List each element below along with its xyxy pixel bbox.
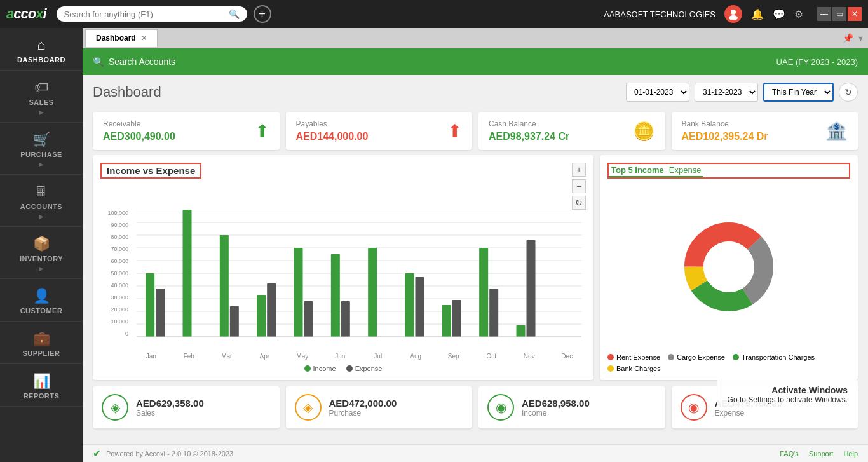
svg-point-1 — [729, 15, 738, 20]
refresh-button[interactable]: ↻ — [839, 83, 858, 102]
svg-rect-32 — [527, 240, 536, 337]
donut-center — [607, 185, 850, 348]
close-button[interactable]: ✕ — [848, 7, 862, 21]
charts-row: Income vs Expense + − ↻ 100,000 90,000 8… — [83, 155, 868, 386]
tab-pin-icon[interactable]: 📌 — [840, 33, 856, 43]
x-label-nov: Nov — [510, 353, 548, 360]
tab-dashboard-label: Dashboard — [96, 34, 136, 43]
donut-dot-cargo — [668, 354, 674, 360]
tab-more-icon[interactable]: ▾ — [856, 33, 865, 43]
sidebar-label-purchase: PURCHASE — [20, 151, 62, 158]
x-label-mar: Mar — [208, 353, 246, 360]
footer-support[interactable]: Support — [809, 450, 834, 458]
sidebar-item-purchase[interactable]: 🛒 PURCHASE ▶ — [0, 123, 83, 175]
svg-rect-26 — [416, 277, 424, 337]
sidebar-item-inventory[interactable]: 📦 INVENTORY ▶ — [0, 227, 83, 279]
summary-purchase-icon: ◈ — [295, 394, 322, 421]
kpi-receivable-label: Receivable — [103, 119, 175, 128]
top-bar: accoxi 🔍 + AABASOFT TECHNOLOGIES 🔔 💬 ⚙ —… — [0, 0, 868, 28]
kpi-cash-label: Cash Balance — [489, 119, 569, 128]
summary-sales-value: AED629,358.00 — [136, 398, 204, 409]
add-button[interactable]: + — [254, 5, 271, 23]
search-icon: 🔍 — [229, 9, 240, 19]
filter-period-select[interactable]: This Fin Year Last Fin Year This Year La… — [763, 83, 834, 102]
svg-point-0 — [731, 10, 736, 15]
x-label-jul: Jul — [359, 353, 397, 360]
sidebar-label-customer: CUSTOMER — [20, 307, 63, 315]
search-accounts-icon: 🔍 — [93, 57, 104, 67]
svg-rect-18 — [257, 295, 266, 337]
footer-help[interactable]: Help — [843, 450, 858, 458]
sidebar: ⌂ DASHBOARD 🏷 SALES ▶ 🛒 PURCHASE ▶ 🖩 ACC… — [0, 28, 83, 462]
kpi-bank-label: Bank Balance — [682, 119, 768, 128]
search-accounts[interactable]: 🔍 Search Accounts — [93, 57, 175, 67]
sidebar-item-supplier[interactable]: 💼 SUPPLIER — [0, 322, 83, 364]
purchase-arrow: ▶ — [39, 161, 44, 168]
y-label-90k: 90,000 — [111, 222, 128, 228]
summary-purchase-value: AED472,000.00 — [329, 398, 397, 409]
sidebar-item-reports[interactable]: 📊 REPORTS — [0, 364, 83, 407]
svg-rect-17 — [230, 306, 239, 337]
footer-faqs[interactable]: FAQ's — [780, 450, 799, 458]
income-expense-title: Income vs Expense — [100, 163, 201, 179]
avatar — [724, 5, 742, 23]
header-bar: 🔍 Search Accounts UAE (FY 2023 - 2023) — [83, 48, 868, 75]
dash-filters: 01-01-2023 31-12-2023 This Fin Year Last… — [626, 83, 858, 102]
chat-icon[interactable]: 💬 — [773, 8, 785, 20]
search-bar[interactable]: 🔍 — [57, 6, 247, 22]
svg-rect-29 — [479, 248, 488, 337]
y-label-40k: 40,000 — [111, 282, 128, 289]
svg-rect-27 — [442, 305, 451, 337]
search-input[interactable] — [64, 10, 224, 19]
y-label-60k: 60,000 — [111, 258, 128, 264]
footer-left: ✔ Powered by Accoxi - 2.0.10 © 2018-2023 — [93, 447, 233, 459]
x-label-aug: Aug — [397, 353, 435, 360]
chart-minus-btn[interactable]: − — [572, 179, 586, 193]
sidebar-label-sales: SALES — [29, 99, 53, 106]
tab-dashboard[interactable]: Dashboard ✕ — [85, 29, 158, 47]
minimize-button[interactable]: — — [817, 7, 831, 21]
tab-top5-income[interactable]: Top 5 Income — [609, 164, 667, 177]
summary-sales-info: AED629,358.00 Sales — [136, 398, 204, 418]
legend-expense-dot — [346, 365, 353, 372]
app-logo: accoxi — [6, 6, 46, 22]
kpi-payables-label: Payables — [296, 119, 369, 128]
bar-chart-area: 100,000 90,000 80,000 70,000 60,000 50,0… — [100, 210, 586, 360]
donut-legend-rent-label: Rent Expense — [616, 353, 660, 361]
x-label-jun: Jun — [322, 353, 360, 360]
kpi-payables-info: Payables AED144,000.00 — [296, 119, 369, 142]
sidebar-item-dashboard[interactable]: ⌂ DASHBOARD — [0, 28, 83, 71]
x-label-feb: Feb — [170, 353, 208, 360]
donut-legend-cargo: Cargo Expense — [668, 353, 725, 361]
chart-add-btn[interactable]: + — [572, 163, 586, 177]
top-icons: 🔔 💬 ⚙ — [751, 8, 803, 20]
bell-icon[interactable]: 🔔 — [751, 8, 764, 20]
svg-rect-16 — [220, 235, 229, 337]
maximize-button[interactable]: ▭ — [832, 7, 846, 21]
svg-rect-28 — [452, 300, 461, 337]
y-label-50k: 50,000 — [111, 270, 128, 276]
svg-rect-19 — [267, 283, 276, 337]
sidebar-item-accounts[interactable]: 🖩 ACCOUNTS ▶ — [0, 175, 83, 227]
summary-purchase: ◈ AED472,000.00 Purchase — [286, 386, 473, 428]
tab-top5-expense[interactable]: Expense — [667, 164, 704, 177]
top5-title-border: Top 5 Income Expense — [607, 163, 850, 179]
sidebar-item-sales[interactable]: 🏷 SALES ▶ — [0, 71, 83, 123]
sidebar-item-customer[interactable]: 👤 CUSTOMER — [0, 279, 83, 322]
svg-rect-14 — [156, 289, 165, 337]
tab-close-dashboard[interactable]: ✕ — [141, 34, 147, 43]
income-expense-chart-card: Income vs Expense + − ↻ 100,000 90,000 8… — [93, 155, 593, 380]
x-label-jan: Jan — [132, 353, 170, 360]
kpi-payables-value: AED144,000.00 — [296, 131, 369, 142]
svg-rect-21 — [304, 301, 313, 337]
svg-rect-22 — [331, 254, 340, 337]
dashboard-main: Dashboard 01-01-2023 31-12-2023 This Fin… — [83, 75, 868, 444]
svg-point-39 — [703, 241, 754, 292]
chart-refresh-btn[interactable]: ↻ — [572, 196, 586, 210]
donut-legend: Rent Expense Cargo Expense Transportatio… — [607, 353, 850, 372]
main-layout: ⌂ DASHBOARD 🏷 SALES ▶ 🛒 PURCHASE ▶ 🖩 ACC… — [0, 28, 868, 462]
donut-dot-transport — [733, 354, 739, 360]
gear-icon[interactable]: ⚙ — [794, 8, 803, 20]
filter-from-select[interactable]: 01-01-2023 — [626, 83, 689, 102]
filter-to-select[interactable]: 31-12-2023 — [695, 83, 758, 102]
